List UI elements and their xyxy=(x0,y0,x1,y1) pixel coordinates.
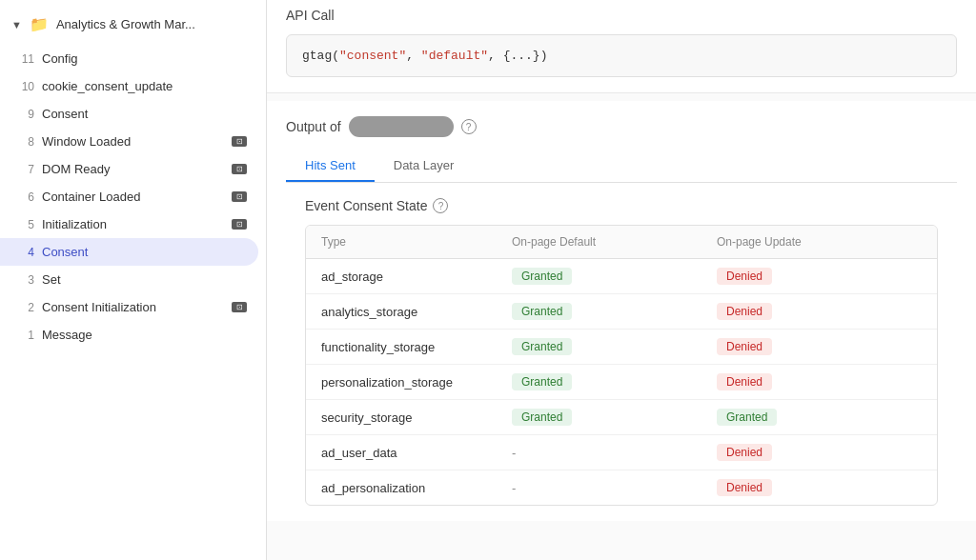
update-badge: Granted xyxy=(717,409,777,426)
tag-icon: ⊡ xyxy=(232,136,247,147)
sidebar-title: Analytics & Growth Mar... xyxy=(56,17,195,31)
output-label: Output of xyxy=(286,119,341,134)
update-badge: Denied xyxy=(717,373,772,390)
item-number: 6 xyxy=(19,190,34,204)
row-default: Granted xyxy=(512,268,717,285)
row-default: - xyxy=(512,481,717,495)
row-type: analytics_storage xyxy=(321,305,512,319)
tab-hits-sent[interactable]: Hits Sent xyxy=(286,150,375,182)
api-call-section: API Call gtag("consent", "default", {...… xyxy=(267,0,976,93)
api-call-title: API Call xyxy=(286,8,957,23)
consent-state-label: Event Consent State xyxy=(305,198,427,213)
row-update: Denied xyxy=(717,303,922,320)
sidebar-item-consent[interactable]: 9Consent xyxy=(0,100,258,128)
item-label: cookie_consent_update xyxy=(42,79,247,93)
sidebar-item-initialization[interactable]: 5Initialization⊡ xyxy=(0,210,258,238)
sidebar-item-window-loaded[interactable]: 8Window Loaded⊡ xyxy=(0,128,258,155)
output-pill xyxy=(349,116,454,137)
tag-icon: ⊡ xyxy=(232,191,247,202)
tabs-bar: Hits Sent Data Layer xyxy=(286,150,957,183)
sidebar-item-set[interactable]: 3Set xyxy=(0,266,258,293)
code-block: gtag("consent", "default", {...}) xyxy=(286,34,957,77)
default-badge: Granted xyxy=(512,409,572,426)
code-sep: , xyxy=(406,49,421,63)
item-number: 2 xyxy=(19,301,34,314)
item-number: 4 xyxy=(19,246,34,259)
item-label: Window Loaded xyxy=(42,134,224,149)
item-label: Message xyxy=(42,328,247,342)
row-type: ad_storage xyxy=(321,270,512,284)
row-default: Granted xyxy=(512,338,717,355)
row-default: Granted xyxy=(512,303,717,320)
row-default: Granted xyxy=(512,409,717,426)
output-section: Output of ? Hits Sent Data Layer Event C… xyxy=(267,101,976,521)
sidebar-item-cookie_consent_update[interactable]: 10cookie_consent_update xyxy=(0,72,258,100)
main-content: API Call gtag("consent", "default", {...… xyxy=(267,0,976,560)
row-default: Granted xyxy=(512,373,717,390)
update-badge: Denied xyxy=(717,479,772,496)
code-gtag: gtag( xyxy=(302,49,339,63)
item-label: DOM Ready xyxy=(42,162,224,176)
folder-icon: 📁 xyxy=(30,15,49,33)
col-default-header: On-page Default xyxy=(512,235,717,249)
collapse-arrow-icon: ▼ xyxy=(11,19,22,30)
item-number: 3 xyxy=(19,273,34,287)
item-number: 5 xyxy=(19,218,34,231)
sidebar-header[interactable]: ▼ 📁 Analytics & Growth Mar... xyxy=(0,8,266,45)
default-badge: Granted xyxy=(512,303,572,320)
code-str2: "default" xyxy=(421,49,488,63)
row-type: functionality_storage xyxy=(321,340,512,354)
item-label: Set xyxy=(42,272,247,287)
output-help-icon[interactable]: ? xyxy=(461,119,477,134)
sidebar-item-dom-ready[interactable]: 7DOM Ready⊡ xyxy=(0,155,258,183)
row-default: - xyxy=(512,446,717,460)
row-update: Denied xyxy=(717,373,922,390)
output-header: Output of ? xyxy=(286,116,957,137)
sidebar: ▼ 📁 Analytics & Growth Mar... 11Config10… xyxy=(0,0,267,560)
tag-icon: ⊡ xyxy=(232,164,247,174)
consent-table: Type On-page Default On-page Update ad_s… xyxy=(305,225,938,506)
row-type: ad_personalization xyxy=(321,481,512,495)
default-badge: Granted xyxy=(512,373,572,390)
item-label: Initialization xyxy=(42,217,224,231)
tab-data-layer[interactable]: Data Layer xyxy=(375,150,474,182)
sidebar-item-container-loaded[interactable]: 6Container Loaded⊡ xyxy=(0,183,258,210)
item-number: 11 xyxy=(19,52,34,66)
item-label: Config xyxy=(42,51,247,66)
col-type-header: Type xyxy=(321,235,512,249)
table-row: ad_storageGrantedDenied xyxy=(306,259,937,294)
table-row: personalization_storageGrantedDenied xyxy=(306,365,937,400)
item-label: Container Loaded xyxy=(42,190,224,204)
default-badge: Granted xyxy=(512,338,572,355)
update-badge: Denied xyxy=(717,268,772,285)
sidebar-item-message[interactable]: 1Message xyxy=(0,321,258,349)
row-update: Denied xyxy=(717,338,922,355)
update-badge: Denied xyxy=(717,444,772,461)
item-number: 10 xyxy=(19,80,34,93)
update-badge: Denied xyxy=(717,303,772,320)
sidebar-item-consent[interactable]: 4Consent xyxy=(0,238,258,266)
item-label: Consent Initialization xyxy=(42,300,224,314)
table-row: ad_user_data-Denied xyxy=(306,435,937,470)
code-end: , {...}) xyxy=(488,49,547,63)
consent-state-help-icon[interactable]: ? xyxy=(433,198,448,213)
tag-icon: ⊡ xyxy=(232,219,247,230)
table-row: functionality_storageGrantedDenied xyxy=(306,330,937,365)
row-update: Granted xyxy=(717,409,922,426)
item-number: 7 xyxy=(19,163,34,176)
row-type: ad_user_data xyxy=(321,446,512,460)
item-number: 9 xyxy=(19,108,34,121)
sidebar-item-consent-initialization[interactable]: 2Consent Initialization⊡ xyxy=(0,293,258,321)
consent-state-section: Event Consent State ? Type On-page Defau… xyxy=(286,198,957,506)
table-row: analytics_storageGrantedDenied xyxy=(306,294,937,330)
code-str1: "consent" xyxy=(339,49,406,63)
tag-icon: ⊡ xyxy=(232,302,247,312)
table-row: security_storageGrantedGranted xyxy=(306,400,937,435)
item-number: 1 xyxy=(19,329,34,342)
table-header: Type On-page Default On-page Update xyxy=(306,226,937,259)
update-badge: Denied xyxy=(717,338,772,355)
item-label: Consent xyxy=(42,245,247,259)
consent-state-title: Event Consent State ? xyxy=(305,198,938,213)
sidebar-item-config[interactable]: 11Config xyxy=(0,45,258,72)
item-number: 8 xyxy=(19,135,34,149)
